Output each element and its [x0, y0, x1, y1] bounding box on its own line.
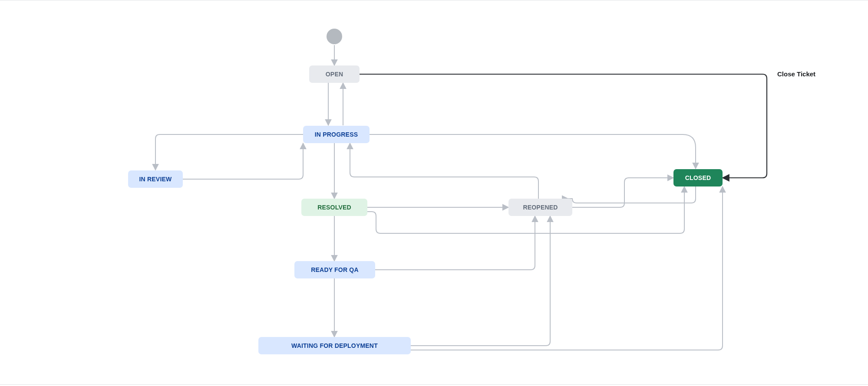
edge-label-close-ticket: Close Ticket [777, 70, 815, 78]
state-ready-for-qa[interactable]: READY FOR QA [294, 261, 375, 278]
edge-waiting-reopened [411, 216, 550, 346]
state-label: CLOSED [685, 174, 711, 181]
edges-layer [0, 0, 868, 386]
edge-readyqa-reopened [375, 216, 535, 270]
state-label: OPEN [326, 71, 343, 78]
workflow-canvas: OPEN IN PROGRESS IN REVIEW RESOLVED READ… [0, 0, 868, 386]
state-open[interactable]: OPEN [309, 65, 360, 83]
state-waiting-for-deployment[interactable]: WAITING FOR DEPLOYMENT [258, 337, 411, 354]
start-node [327, 29, 342, 44]
state-label: IN PROGRESS [315, 131, 358, 138]
edge-inreview-inprogress [183, 143, 303, 179]
state-label: READY FOR QA [311, 266, 359, 273]
state-label: IN REVIEW [139, 176, 172, 183]
state-label: REOPENED [523, 204, 558, 211]
state-label: RESOLVED [317, 204, 351, 211]
state-reopened[interactable]: REOPENED [508, 199, 572, 216]
edge-inprogress-closed [370, 134, 696, 169]
state-in-review[interactable]: IN REVIEW [128, 170, 183, 188]
edge-closed-reopened [568, 186, 696, 203]
edge-label-text: Close Ticket [777, 70, 815, 78]
state-resolved[interactable]: RESOLVED [301, 199, 367, 216]
state-in-progress[interactable]: IN PROGRESS [303, 126, 370, 143]
state-closed[interactable]: CLOSED [673, 169, 723, 186]
state-label: WAITING FOR DEPLOYMENT [291, 342, 378, 349]
edge-inprogress-inreview [155, 134, 303, 170]
edge-open-closed [360, 74, 767, 178]
edge-reopened-inprogress [350, 143, 538, 199]
